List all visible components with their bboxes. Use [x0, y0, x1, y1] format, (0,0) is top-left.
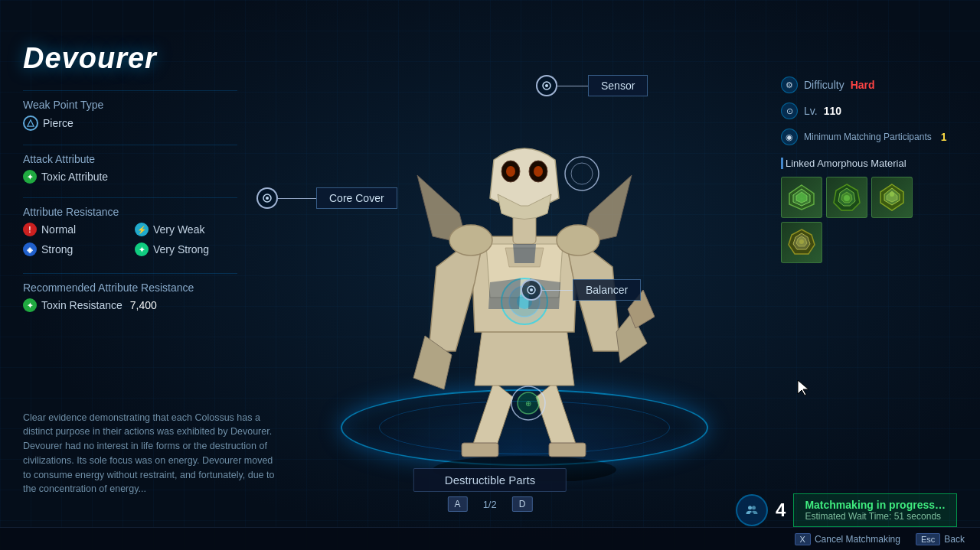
material-gem-1: [787, 183, 816, 212]
strong-icon: ◈: [23, 242, 37, 256]
toxic-icon: ✦: [23, 170, 37, 184]
svg-point-43: [748, 506, 752, 509]
very-weak-icon: ⚡: [135, 223, 149, 236]
matchmaking-wait: Estimated Wait Time: 51 seconds: [805, 511, 946, 522]
core-dot: [256, 187, 278, 209]
svg-point-42: [799, 239, 804, 244]
resistance-grid: ! Normal ⚡ Very Weak ◈ Strong ✦ Very Str…: [23, 223, 237, 259]
players-icon: [736, 494, 768, 526]
parts-navigation: A 1/2 D: [448, 496, 533, 512]
recommended-type: Toxin Resistance: [41, 299, 122, 311]
recommended-section: Recommended Attribute Resistance ✦ Toxin…: [23, 273, 237, 312]
difficulty-icon: ⚙: [781, 76, 798, 93]
material-grid: [781, 177, 957, 263]
parts-count: 1/2: [483, 499, 497, 510]
material-gem-2: [832, 183, 861, 212]
player-count: 4: [776, 500, 786, 521]
balancer-line: [542, 290, 573, 291]
svg-rect-2: [462, 443, 498, 457]
attack-attribute-label: Attack Attribute: [23, 153, 237, 165]
svg-point-13: [557, 225, 599, 255]
pierce-icon: [23, 116, 38, 131]
svg-text:⊕: ⊕: [525, 399, 531, 408]
svg-point-38: [890, 192, 894, 197]
resistance-normal: ! Normal: [23, 223, 126, 236]
very-strong-label: Very Strong: [153, 243, 209, 255]
recommended-value: 7,400: [130, 299, 157, 311]
cancel-matchmaking-control: X Cancel Matchmaking: [795, 533, 900, 545]
level-value: 110: [824, 105, 841, 117]
parts-label: Destructible Parts: [413, 468, 567, 492]
prev-key[interactable]: A: [448, 496, 468, 512]
material-item-1: [781, 177, 822, 218]
min-match-value: 1: [941, 131, 947, 143]
min-match-row: ◉ Minimum Matching Participants 1: [781, 129, 957, 145]
svg-rect-3: [549, 443, 586, 457]
svg-point-34: [844, 195, 850, 201]
balancer-dot: [521, 279, 542, 301]
matchmaking-status: Matchmaking in progress…: [805, 499, 946, 511]
lore-text: Clear evidence demonstrating that each C…: [23, 411, 283, 497]
back-label: Back: [944, 534, 965, 545]
level-row: ⊙ Lv. 110: [781, 103, 957, 119]
weak-point-value: Pierce: [43, 117, 74, 129]
back-control: Esc Back: [916, 533, 965, 545]
svg-point-44: [752, 506, 756, 509]
cancel-key[interactable]: X: [795, 533, 811, 545]
resistance-strong: ◈ Strong: [23, 242, 126, 256]
right-panel: ⚙ Difficulty Hard ⊙ Lv. 110 ◉ Minimum Ma…: [781, 76, 957, 263]
attack-attribute-value: Toxic Attribute: [41, 171, 108, 183]
sensor-callout: Sensor: [536, 75, 648, 96]
difficulty-value: Hard: [851, 79, 875, 91]
difficulty-row: ⚙ Difficulty Hard: [781, 76, 957, 93]
svg-point-15: [571, 163, 593, 184]
strong-label: Strong: [41, 243, 73, 255]
very-strong-icon: ✦: [135, 242, 149, 256]
sensor-label: Sensor: [588, 75, 648, 96]
balancer-label: Balancer: [573, 279, 641, 301]
svg-point-20: [545, 84, 548, 87]
svg-point-24: [530, 288, 533, 291]
cancel-label: Cancel Matchmaking: [815, 534, 900, 545]
min-match-icon: ◉: [781, 129, 798, 145]
destructible-parts-bar: Destructible Parts A 1/2 D: [413, 468, 567, 512]
core-cover-callout: Core Cover: [256, 187, 397, 209]
cursor: [796, 379, 812, 397]
boss-display-area: ⊕ Sensor: [245, 38, 804, 512]
level-label: Lv.: [804, 105, 818, 117]
weak-point-section: Weak Point Type Pierce: [23, 90, 237, 131]
attack-attribute-section: Attack Attribute ✦ Toxic Attribute: [23, 145, 237, 184]
very-weak-label: Very Weak: [153, 223, 204, 236]
balancer-callout: Balancer: [521, 279, 641, 301]
min-match-label: Minimum Matching Participants: [804, 132, 932, 142]
svg-point-10: [506, 166, 515, 177]
weak-point-label: Weak Point Type: [23, 99, 237, 111]
recommended-label: Recommended Attribute Resistance: [23, 282, 237, 294]
core-line: [278, 198, 316, 199]
normal-icon: !: [23, 223, 37, 236]
boss-title: Devourer: [23, 42, 237, 75]
matchmaking-bar: 4 Matchmaking in progress… Estimated Wai…: [736, 493, 957, 527]
resistance-very-weak: ⚡ Very Weak: [135, 223, 237, 236]
weak-point-row: Pierce: [23, 116, 237, 131]
attack-attribute-row: ✦ Toxic Attribute: [23, 170, 237, 184]
normal-label: Normal: [41, 223, 76, 236]
sensor-dot: [536, 75, 557, 96]
next-key[interactable]: D: [512, 496, 533, 512]
resistance-section: Attribute Resistance ! Normal ⚡ Very Wea…: [23, 197, 237, 259]
material-item-3: [871, 177, 913, 218]
svg-point-22: [266, 197, 269, 200]
level-icon: ⊙: [781, 103, 798, 119]
difficulty-label: Difficulty: [804, 79, 844, 91]
svg-point-12: [449, 225, 492, 255]
recommended-row: ✦ Toxin Resistance 7,400: [23, 298, 237, 312]
material-gem-4: [787, 228, 816, 257]
matchmaking-status-box: Matchmaking in progress… Estimated Wait …: [793, 493, 957, 527]
svg-point-11: [534, 166, 543, 177]
status-bar: X Cancel Matchmaking Esc Back: [0, 527, 980, 550]
svg-marker-0: [28, 120, 34, 126]
sensor-line: [557, 86, 588, 86]
back-key[interactable]: Esc: [916, 533, 940, 545]
left-panel: Devourer Weak Point Type Pierce Attack A…: [23, 42, 237, 326]
core-label: Core Cover: [316, 187, 397, 209]
